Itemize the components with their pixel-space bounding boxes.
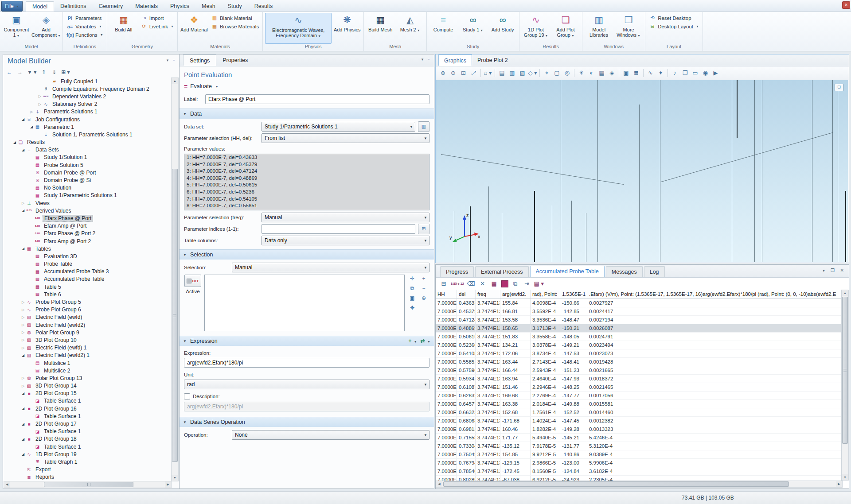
create-selection-icon[interactable]: ✛ — [407, 275, 417, 283]
model-libraries-button[interactable]: ▥Model Libraries — [585, 13, 613, 44]
parameter-value-item[interactable]: 3: HH=7.0000E-7, del=0.47124 — [184, 168, 429, 175]
tree-item[interactable]: ◢⁙Data Sets — [4, 146, 171, 154]
delete-table-icon[interactable]: ✕ — [478, 279, 487, 288]
sound-icon[interactable]: ♪ — [670, 68, 679, 78]
description-input[interactable]: arg(ewfd2.Efarx)*180/pi — [184, 402, 429, 411]
table-row[interactable]: 7.0000E-70.802853.7474E13-67.0386.9212E-… — [436, 476, 843, 481]
tree-item[interactable]: ◢■2D Plot Group 18 — [4, 435, 171, 443]
app-tab-results[interactable]: Results — [248, 1, 279, 12]
add-plot-group-button[interactable]: ❏Add Plot Group▼ — [551, 13, 580, 44]
tree-item[interactable]: ◢■2D Plot Group 16 — [4, 405, 171, 412]
tree-item[interactable]: ≣Reports — [4, 473, 171, 481]
selection-select[interactable]: Manual▼ — [232, 263, 429, 272]
tree-item[interactable]: ▷uvwDependent Variables 2 — [4, 93, 171, 100]
scroll-up-icon[interactable]: ▲ — [172, 78, 178, 84]
parameter-value-item[interactable]: 6: HH=7.0000E-7, del=0.5236 — [184, 189, 429, 196]
center-selection-icon[interactable]: ✥ — [407, 304, 417, 312]
transparency-icon[interactable]: ◐ — [587, 68, 596, 78]
table-header-cell[interactable]: 1.5365E-1 — [560, 290, 587, 299]
box-select-icon[interactable]: ▢ — [552, 68, 562, 78]
tree-item[interactable]: ◢▦Tables — [4, 245, 171, 252]
tree-item[interactable]: ▤Multislice 1 — [4, 359, 171, 367]
plot-window-icon[interactable]: ❏ — [835, 84, 843, 91]
livelink-button[interactable]: ⟳LiveLink▼ — [139, 23, 175, 30]
tree-item[interactable]: ▤Multislice 2 — [4, 367, 171, 374]
zoom-in-icon[interactable]: ⊕ — [438, 68, 448, 78]
xy-view-icon[interactable]: ▤ — [497, 68, 507, 78]
full-precision-icon[interactable]: 8.85 e-12 — [451, 279, 464, 288]
tree-item[interactable]: 8.85Efarx Phase @ Port 2 — [4, 230, 171, 237]
go-to-default-view-icon[interactable]: ⌂ ▾ — [483, 68, 492, 78]
parameter-value-item[interactable]: 7: HH=7.0000E-7, del=0.54105 — [184, 196, 429, 203]
zoom-to-selection-icon[interactable]: ⊕ — [419, 294, 429, 302]
expanded-icon[interactable]: ◢ — [20, 422, 26, 426]
expanded-icon[interactable]: ◢ — [20, 407, 26, 411]
tree-item[interactable]: ◪Table Surface 1 — [4, 412, 171, 420]
zoom-box-icon[interactable]: ⊡ — [459, 68, 468, 78]
scrollbar-thumb[interactable] — [443, 481, 789, 487]
table-row[interactable]: 7.0000E-70.698133.7474E13160.461.8282E-4… — [436, 425, 843, 434]
first-plot-icon[interactable]: ∿ — [646, 68, 655, 78]
record-animation-icon[interactable]: ▶ — [711, 68, 720, 78]
table-header-cell[interactable]: arg(ewfd2. — [500, 290, 531, 299]
tree-item[interactable]: 8.85Efarx Amp @ Port 2 — [4, 237, 171, 245]
build-all-button[interactable]: ▦Build All — [109, 13, 138, 44]
plot-group-19-button[interactable]: ∿1D Plot Group 19▼ — [522, 13, 550, 44]
study-1-button[interactable]: ∞Study 1▼ — [459, 13, 487, 44]
add-study-button[interactable]: ∞Add Study — [488, 13, 517, 44]
tab-external-process[interactable]: External Process — [475, 266, 528, 277]
tree-item[interactable]: ▷▧Electric Field (ewfd) — [4, 314, 171, 321]
section-selection[interactable]: ▼Selection — [180, 249, 434, 260]
table-header-cell[interactable]: rad), Point: — [531, 290, 560, 299]
tree-item[interactable]: ▦Table 5 — [4, 283, 171, 291]
tree-item[interactable]: ▦Evaluation 3D — [4, 252, 171, 260]
graphics-canvas[interactable]: z x y ❏ — [436, 80, 848, 262]
tree-item[interactable]: ▦Study 1/Solution 1 — [4, 154, 171, 161]
add-component-button[interactable]: ◈Add Component▼ — [32, 13, 60, 44]
detach-window-icon[interactable]: ▭ — [691, 68, 700, 78]
screenshot-icon[interactable]: ◉ — [701, 68, 710, 78]
table-header-cell[interactable]: HH — [436, 290, 457, 299]
import-button[interactable]: ⇥Import — [139, 14, 175, 22]
scrollbar-thumb[interactable] — [44, 482, 133, 487]
collapsed-icon[interactable]: ▷ — [20, 201, 26, 205]
table-row[interactable]: 7.0000E-70.488693.7474E13158.653.1713E-4… — [436, 324, 843, 333]
tree-item[interactable]: 8.85Efarx Amp @ Port — [4, 222, 171, 230]
section-data-series-operation[interactable]: ▼Data Series Operation — [180, 417, 434, 427]
print-icon[interactable]: ≣ — [632, 68, 641, 78]
collapsed-icon[interactable]: ▷ — [20, 338, 26, 342]
table-horizontal-scrollbar[interactable]: ◀ ▶ — [436, 481, 843, 488]
tree-item[interactable]: ▷⇣Parametric Solutions 1 — [4, 108, 171, 116]
tree-item[interactable]: ◢⌸Job Configurations — [4, 116, 171, 123]
table-row[interactable]: 7.0000E-70.645773.7474E13163.382.0184E-4… — [436, 400, 843, 408]
table-row[interactable]: 7.0000E-70.680683.7474E13-171.681.4024E-… — [436, 417, 843, 425]
tree-vertical-scrollbar[interactable]: ▲ ▼ — [171, 78, 179, 481]
browse-materials-button[interactable]: ▦Browse Materials — [210, 23, 260, 30]
table-row[interactable]: 7.0000E-70.628323.7474E13169.682.2769E-4… — [436, 392, 843, 400]
collapsed-icon[interactable]: ▷ — [20, 323, 26, 327]
tree-item[interactable]: ◢▧Electric Field (ewfd2) 1 — [4, 352, 171, 359]
parameter-value-item[interactable]: 1: HH=7.0000E-7, del=0.43633 — [184, 154, 429, 161]
forward-button[interactable]: → — [16, 69, 23, 75]
zoom-extents-icon[interactable]: ⤢ — [469, 68, 478, 78]
functions-button[interactable]: f(x)Functions▼ — [65, 31, 105, 39]
zx-view-icon[interactable]: ▧ — [518, 68, 527, 78]
expanded-icon[interactable]: ◢ — [20, 117, 26, 121]
clear-table-icon[interactable]: ⌫ — [467, 279, 476, 288]
tree-item[interactable]: ⊡Domain Probe @ Port — [4, 169, 171, 176]
tree-item[interactable]: ∂Compile Equations: Frequency Domain 2 — [4, 85, 171, 93]
paste-selection-icon[interactable]: ▣ — [407, 294, 417, 302]
panel-menu-icon[interactable]: ▾ ▫ — [422, 57, 431, 62]
wireframe-icon[interactable]: ▦ — [597, 68, 606, 78]
expression-input[interactable]: arg(ewfd2.Efarx)*180/pi — [184, 358, 429, 368]
collapsed-icon[interactable]: ▷ — [20, 346, 26, 350]
zoom-selected-icon[interactable]: ◎ — [562, 68, 572, 78]
tree-item[interactable]: ▷▧3D Plot Group 10 — [4, 336, 171, 344]
evaluate-button[interactable]: = Evaluate ▼ — [184, 82, 429, 91]
tree-item[interactable]: ◪Table Surface 1 — [4, 428, 171, 435]
collapsed-icon[interactable]: ▷ — [20, 384, 26, 388]
app-tab-definitions[interactable]: Definitions — [54, 1, 92, 12]
remove-from-selection-icon[interactable]: − — [419, 284, 429, 292]
table-row[interactable]: 7.0000E-70.453793.7474E13166.813.5592E-4… — [436, 307, 843, 316]
selection-list[interactable] — [204, 275, 405, 331]
